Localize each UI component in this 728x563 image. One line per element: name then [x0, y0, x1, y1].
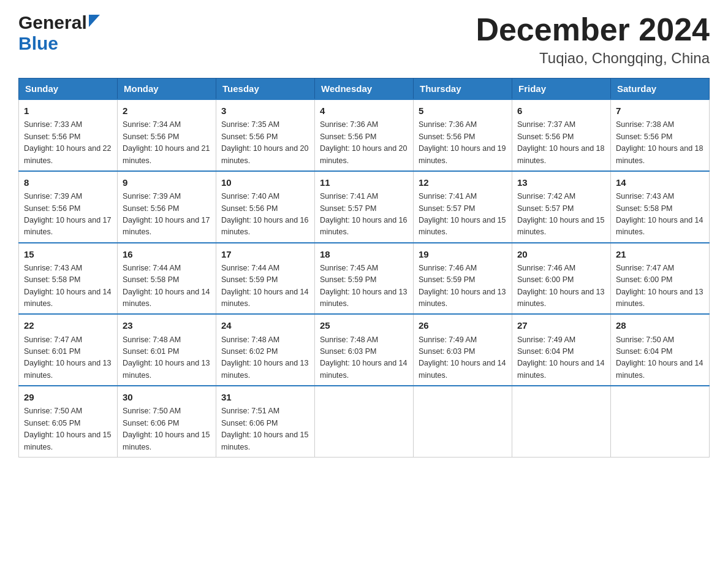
logo-triangle-icon: [89, 15, 100, 27]
day-number: 1: [24, 104, 112, 118]
month-title: December 2024: [476, 12, 710, 47]
calendar-week-5: 29 Sunrise: 7:50 AMSunset: 6:05 PMDaylig…: [19, 386, 710, 457]
day-number: 31: [221, 390, 309, 404]
calendar-cell: 22 Sunrise: 7:47 AMSunset: 6:01 PMDaylig…: [19, 314, 118, 386]
calendar-cell: 2 Sunrise: 7:34 AMSunset: 5:56 PMDayligh…: [118, 99, 216, 171]
day-info: Sunrise: 7:35 AMSunset: 5:56 PMDaylight:…: [221, 120, 308, 164]
day-info: Sunrise: 7:48 AMSunset: 6:02 PMDaylight:…: [221, 335, 308, 380]
calendar-cell: 17 Sunrise: 7:44 AMSunset: 5:59 PMDaylig…: [216, 243, 315, 315]
calendar-cell: [315, 386, 414, 457]
day-number: 6: [517, 104, 605, 118]
calendar-cell: [512, 386, 611, 457]
calendar-cell: 28 Sunrise: 7:50 AMSunset: 6:04 PMDaylig…: [611, 314, 710, 386]
day-number: 24: [221, 318, 309, 332]
day-number: 4: [320, 104, 408, 118]
day-info: Sunrise: 7:50 AMSunset: 6:04 PMDaylight:…: [616, 335, 703, 380]
day-info: Sunrise: 7:46 AMSunset: 6:00 PMDaylight:…: [517, 264, 604, 308]
day-info: Sunrise: 7:47 AMSunset: 6:01 PMDaylight:…: [24, 335, 111, 380]
calendar-header-row: Sunday Monday Tuesday Wednesday Thursday…: [19, 79, 710, 100]
logo-general-text: General: [18, 12, 87, 33]
day-info: Sunrise: 7:45 AMSunset: 5:59 PMDaylight:…: [320, 264, 407, 308]
calendar-cell: 3 Sunrise: 7:35 AMSunset: 5:56 PMDayligh…: [216, 99, 315, 171]
day-number: 28: [616, 318, 704, 332]
calendar-week-2: 8 Sunrise: 7:39 AMSunset: 5:56 PMDayligh…: [19, 171, 710, 243]
day-info: Sunrise: 7:51 AMSunset: 6:06 PMDaylight:…: [221, 407, 308, 451]
day-info: Sunrise: 7:46 AMSunset: 5:59 PMDaylight:…: [419, 264, 506, 308]
calendar-cell: 8 Sunrise: 7:39 AMSunset: 5:56 PMDayligh…: [19, 171, 118, 243]
day-info: Sunrise: 7:40 AMSunset: 5:56 PMDaylight:…: [221, 192, 308, 236]
day-number: 11: [320, 175, 408, 190]
day-number: 12: [419, 175, 507, 190]
day-info: Sunrise: 7:36 AMSunset: 5:56 PMDaylight:…: [320, 120, 407, 164]
day-number: 9: [123, 175, 211, 190]
day-info: Sunrise: 7:39 AMSunset: 5:56 PMDaylight:…: [24, 192, 111, 236]
logo-blue-text: Blue: [18, 33, 58, 53]
calendar-cell: 11 Sunrise: 7:41 AMSunset: 5:57 PMDaylig…: [315, 171, 414, 243]
day-info: Sunrise: 7:48 AMSunset: 6:01 PMDaylight:…: [123, 335, 210, 380]
day-info: Sunrise: 7:50 AMSunset: 6:05 PMDaylight:…: [24, 407, 111, 451]
header-thursday: Thursday: [414, 79, 512, 100]
day-info: Sunrise: 7:50 AMSunset: 6:06 PMDaylight:…: [123, 407, 210, 451]
day-number: 17: [221, 247, 309, 261]
calendar-cell: 30 Sunrise: 7:50 AMSunset: 6:06 PMDaylig…: [118, 386, 216, 457]
day-number: 25: [320, 318, 408, 332]
day-number: 23: [123, 318, 211, 332]
calendar-cell: 18 Sunrise: 7:45 AMSunset: 5:59 PMDaylig…: [315, 243, 414, 315]
logo: General Blue: [18, 12, 100, 54]
day-number: 29: [24, 390, 112, 404]
calendar-week-1: 1 Sunrise: 7:33 AMSunset: 5:56 PMDayligh…: [19, 99, 710, 171]
calendar-cell: 26 Sunrise: 7:49 AMSunset: 6:03 PMDaylig…: [414, 314, 512, 386]
header-saturday: Saturday: [611, 79, 710, 100]
calendar-cell: 16 Sunrise: 7:44 AMSunset: 5:58 PMDaylig…: [118, 243, 216, 315]
day-number: 22: [24, 318, 112, 332]
day-info: Sunrise: 7:49 AMSunset: 6:03 PMDaylight:…: [419, 335, 506, 380]
header-sunday: Sunday: [19, 79, 118, 100]
day-info: Sunrise: 7:44 AMSunset: 5:59 PMDaylight:…: [221, 264, 308, 308]
svg-marker-0: [89, 15, 100, 27]
day-number: 5: [419, 104, 507, 118]
header-tuesday: Tuesday: [216, 79, 315, 100]
day-info: Sunrise: 7:47 AMSunset: 6:00 PMDaylight:…: [616, 264, 703, 308]
header-monday: Monday: [118, 79, 216, 100]
calendar-cell: [414, 386, 512, 457]
location-subtitle: Tuqiao, Chongqing, China: [476, 50, 710, 67]
calendar-cell: 27 Sunrise: 7:49 AMSunset: 6:04 PMDaylig…: [512, 314, 611, 386]
day-number: 13: [517, 175, 605, 190]
day-info: Sunrise: 7:42 AMSunset: 5:57 PMDaylight:…: [517, 192, 604, 236]
day-number: 27: [517, 318, 605, 332]
day-number: 2: [123, 104, 211, 118]
header-friday: Friday: [512, 79, 611, 100]
calendar-table: Sunday Monday Tuesday Wednesday Thursday…: [18, 78, 710, 458]
day-info: Sunrise: 7:41 AMSunset: 5:57 PMDaylight:…: [419, 192, 506, 236]
calendar-cell: 14 Sunrise: 7:43 AMSunset: 5:58 PMDaylig…: [611, 171, 710, 243]
day-number: 7: [616, 104, 704, 118]
calendar-week-4: 22 Sunrise: 7:47 AMSunset: 6:01 PMDaylig…: [19, 314, 710, 386]
day-number: 10: [221, 175, 309, 190]
calendar-cell: 12 Sunrise: 7:41 AMSunset: 5:57 PMDaylig…: [414, 171, 512, 243]
header-wednesday: Wednesday: [315, 79, 414, 100]
calendar-cell: 4 Sunrise: 7:36 AMSunset: 5:56 PMDayligh…: [315, 99, 414, 171]
calendar-cell: 9 Sunrise: 7:39 AMSunset: 5:56 PMDayligh…: [118, 171, 216, 243]
day-number: 30: [123, 390, 211, 404]
calendar-week-3: 15 Sunrise: 7:43 AMSunset: 5:58 PMDaylig…: [19, 243, 710, 315]
day-number: 21: [616, 247, 704, 261]
day-number: 3: [221, 104, 309, 118]
calendar-cell: 20 Sunrise: 7:46 AMSunset: 6:00 PMDaylig…: [512, 243, 611, 315]
day-info: Sunrise: 7:43 AMSunset: 5:58 PMDaylight:…: [24, 264, 111, 308]
calendar-cell: 21 Sunrise: 7:47 AMSunset: 6:00 PMDaylig…: [611, 243, 710, 315]
day-number: 16: [123, 247, 211, 261]
calendar-cell: 7 Sunrise: 7:38 AMSunset: 5:56 PMDayligh…: [611, 99, 710, 171]
day-info: Sunrise: 7:48 AMSunset: 6:03 PMDaylight:…: [320, 335, 407, 380]
day-number: 8: [24, 175, 112, 190]
day-info: Sunrise: 7:44 AMSunset: 5:58 PMDaylight:…: [123, 264, 210, 308]
day-info: Sunrise: 7:38 AMSunset: 5:56 PMDaylight:…: [616, 120, 703, 164]
calendar-cell: 31 Sunrise: 7:51 AMSunset: 6:06 PMDaylig…: [216, 386, 315, 457]
day-number: 14: [616, 175, 704, 190]
day-info: Sunrise: 7:49 AMSunset: 6:04 PMDaylight:…: [517, 335, 604, 380]
calendar-cell: 29 Sunrise: 7:50 AMSunset: 6:05 PMDaylig…: [19, 386, 118, 457]
calendar-cell: 15 Sunrise: 7:43 AMSunset: 5:58 PMDaylig…: [19, 243, 118, 315]
day-number: 26: [419, 318, 507, 332]
day-number: 15: [24, 247, 112, 261]
calendar-cell: 10 Sunrise: 7:40 AMSunset: 5:56 PMDaylig…: [216, 171, 315, 243]
day-info: Sunrise: 7:37 AMSunset: 5:56 PMDaylight:…: [517, 120, 604, 164]
